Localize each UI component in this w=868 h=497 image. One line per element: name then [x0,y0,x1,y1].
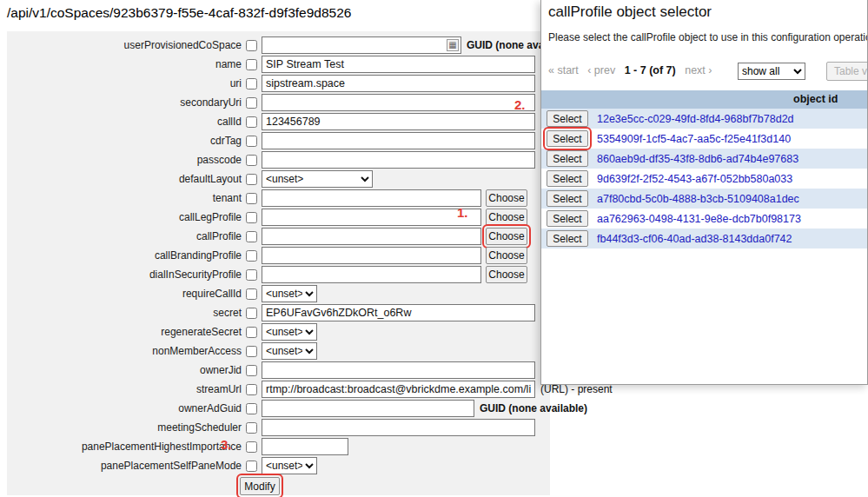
streamUrl-note: (URL) - present [540,383,613,395]
name-checkbox[interactable] [246,59,257,70]
object-id-link[interactable]: 5354909f-1cf5-4ac7-aa5c-f25e41f3d140 [597,133,791,145]
popup-description: Please select the callProfile object to … [548,31,868,43]
object-id-link[interactable]: 9d639f2f-2f52-4543-a67f-052bb580a033 [597,173,792,185]
callLegProfile-input[interactable] [262,209,481,226]
object-id-link[interactable]: 12e3e5cc-c029-49fd-8fd4-968bf7b78d2d [597,113,794,125]
select-object-button[interactable]: Select [547,150,588,167]
pager-start-link[interactable]: « start [548,64,579,76]
select-object-button[interactable]: Select [547,170,588,187]
uri-checkbox[interactable] [246,78,257,89]
regenerateSecret-checkbox[interactable] [246,327,257,338]
select-object-button[interactable]: Select [547,190,588,207]
panePlacementSelfPaneMode-select[interactable]: <unset> [262,457,317,474]
field-label: uri [7,77,242,89]
form-row-ownerAdGuid: ownerAdGuidGUID (none available) [7,399,550,418]
callId-checkbox[interactable] [246,116,257,128]
passcode-checkbox[interactable] [246,155,257,166]
select-object-button[interactable]: Select [547,110,588,127]
streamUrl-checkbox[interactable] [246,384,257,395]
dialInSecurityProfile-input[interactable] [262,266,481,283]
nonMemberAccess-checkbox[interactable] [246,346,257,357]
field-label: defaultLayout [7,173,242,185]
object-id-link[interactable]: a7f80cbd-5c0b-4888-b3cb-5109408a1dec [597,193,799,205]
select-object-button[interactable]: Select [547,130,588,147]
defaultLayout-select[interactable]: <unset> [262,170,373,188]
callBrandingProfile-choose-button[interactable]: Choose [486,247,527,264]
callProfile-input[interactable] [262,228,481,245]
callLegProfile-checkbox[interactable] [246,212,257,223]
object-row: Selectfb44f3d3-cf06-40ad-ad38-8143dda0f7… [541,229,868,248]
object-id-link[interactable]: aa762963-0498-4131-9e8e-dcb7b0f98173 [597,213,801,225]
field-label: secret [7,307,242,319]
field-label: meetingScheduler [7,421,242,434]
filter-select[interactable]: show all [738,63,805,80]
tenant-input[interactable] [262,189,481,207]
name-input[interactable] [262,56,535,73]
requireCallId-checkbox[interactable] [246,288,257,300]
field-label: streamUrl [7,383,242,395]
meetingScheduler-checkbox[interactable] [246,422,257,434]
callId-input[interactable] [262,113,535,130]
form-row-panePlacementSelfPaneMode: panePlacementSelfPaneMode<unset> [7,456,550,475]
object-id-link[interactable]: 860aeb9d-df35-43f8-8db6-ad74b4e97683 [597,153,798,165]
guid-picker-icon[interactable]: ▦ [447,39,459,51]
dialInSecurityProfile-choose-button[interactable]: Choose [486,266,527,283]
defaultLayout-checkbox[interactable] [246,174,257,185]
regenerateSecret-select[interactable]: <unset> [262,323,317,341]
table-view-button[interactable]: Table view [826,62,868,81]
secondaryUri-checkbox[interactable] [246,97,257,109]
callBrandingProfile-checkbox[interactable] [246,250,257,262]
ownerAdGuid-checkbox[interactable] [246,403,257,414]
callBrandingProfile-input[interactable] [262,247,481,264]
field-label: dialInSecurityProfile [7,268,242,281]
panePlacementHighestImportance-checkbox[interactable] [246,441,257,453]
form-row-defaultLayout: defaultLayout<unset> [7,169,550,189]
object-id-link[interactable]: fb44f3d3-cf06-40ad-ad38-8143dda0f742 [597,233,792,245]
cdrTag-input[interactable] [262,132,535,149]
field-label: panePlacementHighestImportance [7,441,242,453]
tenant-checkbox[interactable] [246,193,257,204]
popup-title: callProfile object selector [548,3,712,21]
select-object-button[interactable]: Select [547,230,588,247]
field-label: name [7,58,242,70]
modify-button[interactable]: Modify [240,477,280,495]
panePlacementSelfPaneMode-checkbox[interactable] [246,461,257,472]
userProvisionedCoSpace-input[interactable] [262,36,461,54]
form-row-secret: secret [7,303,550,322]
meetingScheduler-input[interactable] [262,419,535,436]
secondaryUri-input[interactable] [262,94,535,111]
callProfile-checkbox[interactable] [246,231,257,242]
pager-next-link[interactable]: next › [685,64,712,76]
field-label: ownerAdGuid [7,402,242,414]
form-row-panePlacementHighestImportance: panePlacementHighestImportance [7,437,550,456]
field-label: panePlacementSelfPaneMode [7,460,242,472]
userProvisionedCoSpace-checkbox[interactable] [246,40,257,51]
field-label: nonMemberAccess [7,345,242,357]
field-label: callBrandingProfile [7,249,242,262]
secret-checkbox[interactable] [246,308,257,319]
panePlacementHighestImportance-input[interactable] [262,438,348,455]
requireCallId-select[interactable]: <unset> [262,285,317,302]
object-row: Select860aeb9d-df35-43f8-8db6-ad74b4e976… [541,149,868,169]
callProfile-choose-button[interactable]: Choose [486,228,527,245]
select-object-button[interactable]: Select [547,210,588,227]
ownerAdGuid-input[interactable] [262,400,474,417]
ownerJid-checkbox[interactable] [246,365,257,376]
secret-input[interactable] [262,304,535,321]
pager-prev-link[interactable]: ‹ prev [587,64,615,76]
tenant-choose-button[interactable]: Choose [486,189,527,207]
nonMemberAccess-select[interactable]: <unset> [262,342,317,360]
object-id-column-header: object id [793,93,838,105]
modify-row: Modify [240,477,550,495]
callprofile-object-selector-popup: callProfile object selector Please selec… [540,0,868,385]
callLegProfile-choose-button[interactable]: Choose [486,209,527,226]
field-label: callId [7,116,242,128]
passcode-input[interactable] [262,151,535,169]
ownerJid-input[interactable] [262,361,535,379]
cospace-form: userProvisionedCoSpace▦GUID (none availa… [7,31,550,495]
uri-input[interactable] [262,75,535,92]
streamUrl-input[interactable] [262,381,535,398]
field-label: callLegProfile [7,211,242,223]
cdrTag-checkbox[interactable] [246,136,257,147]
dialInSecurityProfile-checkbox[interactable] [246,269,257,281]
